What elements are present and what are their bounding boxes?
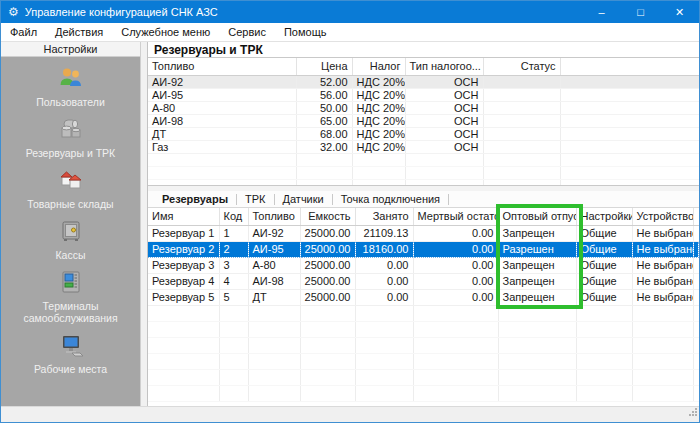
table-row[interactable]: Резервуар 33А-8025000.000.000.00Запрещен… [148,257,699,273]
tab-trk[interactable]: ТРК [238,192,272,207]
cell: 1 [219,225,248,241]
menu-item-service[interactable]: Сервис [219,23,275,41]
cell: НДС 20% [352,88,405,101]
cell-filler [693,241,699,257]
cell: 32.00 [296,140,352,153]
cell [300,305,355,321]
column-header[interactable]: Емкость [300,208,355,225]
cell: 2 [219,241,248,257]
cell [300,385,355,401]
cell [576,321,632,337]
cell [413,385,498,401]
cell: Газ [148,140,296,153]
column-header[interactable]: Мертвый остаток [413,208,498,225]
cell: 5 [219,289,248,305]
cell [355,369,413,385]
sidebar-scrollbar[interactable] [140,42,148,406]
resize-grip-icon[interactable] [688,402,697,420]
tab-strip: Резервуары ТРК Датчики Точка подключения [148,191,699,208]
cell: Не выбрано [632,225,693,241]
sidebar-item-workstations[interactable]: Рабочие места [1,333,140,375]
column-header[interactable]: Цена [296,58,352,75]
table-row[interactable]: АИ-9556.00НДС 20%ОСН [148,88,699,101]
column-header[interactable]: Топливо [248,208,300,225]
table-row[interactable]: АИ-9252.00НДС 20%ОСН [148,75,699,88]
cell: А-80 [248,257,300,273]
cell-filler [693,225,699,241]
tab-rezervuary[interactable]: Резервуары [155,192,235,207]
cell: Резервуар 2 [148,241,219,257]
cell-filler [560,179,699,186]
table-row[interactable]: Резервуар 22АИ-9525000.0018160.000.00Раз… [148,241,699,257]
cell: АИ-98 [248,273,300,289]
column-header[interactable]: Топливо [148,58,296,75]
tab-datchiki[interactable]: Датчики [276,192,331,207]
cell [405,153,483,166]
table-row[interactable]: Газ32.00НДС 20%ОСН [148,140,699,153]
table-row[interactable]: А-8050.00НДС 20%ОСН [148,101,699,114]
maximize-button[interactable]: □ [621,1,660,23]
cell [355,337,413,353]
safe-icon [59,219,83,249]
cell [248,353,300,369]
empty-row [148,153,699,166]
table-row[interactable]: Резервуар 44АИ-9825000.000.000.00Запреще… [148,273,699,289]
minimize-button[interactable]: – [582,1,621,23]
cell [352,166,405,179]
column-header[interactable]: Тип налогоо... [405,58,483,75]
column-header[interactable]: Настройки [576,208,632,225]
column-header[interactable]: Статус [483,58,560,75]
table-row[interactable]: Резервуар 55ДТ25000.000.000.00ЗапрещенОб… [148,289,699,305]
cell [300,337,355,353]
cell: 56.00 [296,88,352,101]
cell [483,179,560,186]
cell: Не выбрано [632,273,693,289]
cell [413,337,498,353]
column-header[interactable]: Имя [148,208,219,225]
main-panel: Резервуары и ТРК ТопливоЦенаНалогТип нал… [148,42,699,406]
cell [576,353,632,369]
column-header[interactable]: Код [219,208,248,225]
cell [248,321,300,337]
cell [498,353,576,369]
cell: 0.00 [355,257,413,273]
sidebar-item-users[interactable]: Пользователи [1,66,140,108]
column-header[interactable]: Налог [352,58,405,75]
sidebar-item-cash-registers[interactable]: Кассы [1,219,140,261]
cell [148,305,219,321]
menu-item-actions[interactable]: Действия [46,23,112,41]
menu-item-help[interactable]: Помощь [275,23,336,41]
table-row[interactable]: ДТ68.00НДС 20%ОСН [148,127,699,140]
cell-filler [560,140,699,153]
cell: 25000.00 [300,273,355,289]
cell: Общие [576,225,632,241]
column-header[interactable]: Занято [355,208,413,225]
cell-filler [560,166,699,179]
cell [296,153,352,166]
cell: АИ-92 [148,75,296,88]
cell [483,166,560,179]
tanks-table: ИмяКодТопливоЕмкостьЗанятоМертвый остато… [148,208,699,406]
empty-row [148,166,699,179]
column-header[interactable]: Устройство [632,208,693,225]
sidebar-item-warehouses[interactable]: Товарные склады [1,168,140,210]
sidebar-item-tanks[interactable]: Резервуары и ТРК [1,117,140,159]
cell [352,179,405,186]
menu-item-service-menu[interactable]: Служебное меню [112,23,219,41]
sidebar-item-self-service-terminals[interactable]: Терминалы самообслуживания [1,270,140,324]
column-header[interactable]: Оптовый отпуск [498,208,576,225]
cell [483,88,560,101]
cell [148,385,219,401]
table-row[interactable]: АИ-9865.00НДС 20%ОСН [148,114,699,127]
menu-item-file[interactable]: Файл [1,23,46,41]
cell [248,305,300,321]
cell [248,369,300,385]
table-row[interactable]: Резервуар 11АИ-9225000.0021109.130.00Зап… [148,225,699,241]
cell [483,153,560,166]
cell [576,337,632,353]
tab-tochka-podklyucheniya[interactable]: Точка подключения [334,192,447,207]
cell: 0.00 [413,257,498,273]
cell [632,321,693,337]
cell [148,369,219,385]
close-button[interactable]: ✕ [660,1,699,23]
